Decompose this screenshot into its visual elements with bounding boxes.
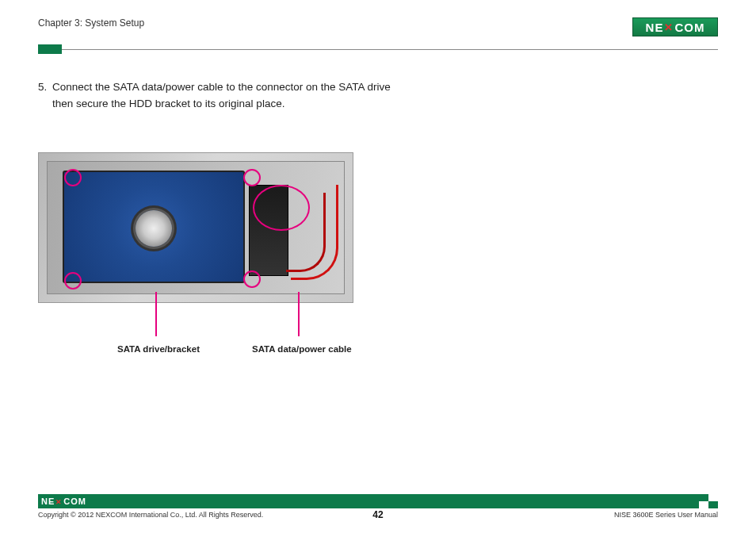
footer-ornament-icon [699,494,718,508]
installation-photo [38,152,353,303]
step-number: 5. [38,79,52,113]
screw-annotation-icon [243,169,261,186]
cable-annotation-icon [253,185,310,231]
header-rule [38,44,718,54]
instruction-step: 5. Connect the SATA data/power cable to … [38,79,718,113]
label-sata-data-power-cable: SATA data/power cable [252,344,352,354]
step-text: Connect the SATA data/power cable to the… [52,79,401,113]
screw-annotation-icon [243,270,261,288]
screw-annotation-icon [64,272,82,290]
footer-bar: NE✕COM [38,494,718,508]
brand-logo-header: NE✕COM [632,17,718,36]
label-sata-drive-bracket: SATA drive/bracket [117,344,200,354]
manual-title: NISE 3600E Series User Manual [614,511,718,519]
page-number: 42 [372,509,383,520]
annotation-leaders [38,303,353,344]
screw-annotation-icon [64,169,82,186]
chapter-title: Chapter 3: System Setup [38,17,144,29]
hdd-drive [63,171,245,283]
brand-logo-footer: NE✕COM [41,497,86,506]
copyright-text: Copyright © 2012 NEXCOM International Co… [38,511,263,519]
